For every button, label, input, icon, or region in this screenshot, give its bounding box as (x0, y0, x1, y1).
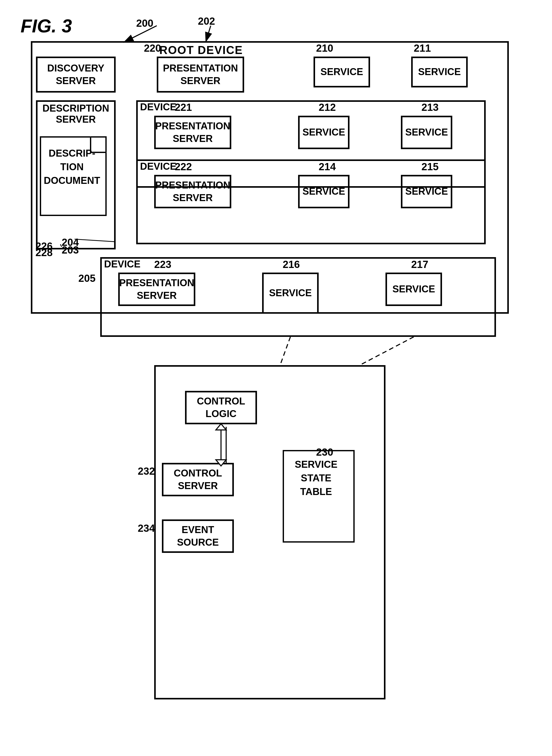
ref-234: 234 (138, 523, 155, 534)
control-server-box: CONTROL SERVER (162, 463, 234, 496)
root-device-label: ROOT DEVICE (159, 44, 243, 57)
pres-server-223-box: PRESENTATION SERVER (118, 273, 195, 306)
ref-220: 220 (144, 42, 161, 54)
ref-211: 211 (414, 42, 431, 54)
ref-215: 215 (421, 161, 439, 173)
discovery-server-label: DISCOVERY SERVER (37, 62, 114, 87)
service-216-label: SERVICE (269, 287, 312, 299)
service-211-label: SERVICE (418, 66, 461, 78)
presentation-server-top-box: PRESENTATION SERVER (157, 57, 244, 93)
device-223-label: DEVICE (104, 259, 140, 270)
control-logic-box: CONTROL LOGIC (185, 391, 257, 424)
control-server-label: CONTROL SERVER (163, 467, 232, 493)
ref-221: 221 (175, 102, 192, 113)
svg-line-5 (280, 337, 290, 365)
pres-server-222-label: PRESENTATION SERVER (155, 179, 230, 204)
service-212-label: SERVICE (302, 126, 345, 139)
service-212-box: SERVICE (298, 116, 350, 149)
svg-line-4 (205, 26, 211, 42)
pres-server-221-box: PRESENTATION SERVER (154, 116, 231, 149)
description-server-label: DESCRIPTION SERVER (40, 103, 112, 125)
service-215-label: SERVICE (405, 185, 448, 198)
ref-223: 223 (154, 259, 171, 270)
ref-222: 222 (175, 161, 192, 173)
service-213-box: SERVICE (401, 116, 452, 149)
svg-line-6 (360, 337, 414, 365)
ref-203: 203 (62, 244, 79, 256)
ref-210: 210 (316, 42, 333, 54)
ref-200: 200 (136, 17, 153, 29)
pres-server-222-box: PRESENTATION SERVER (154, 175, 231, 208)
service-214-label: SERVICE (302, 185, 345, 198)
pres-server-223-label: PRESENTATION SERVER (119, 277, 194, 302)
description-doc-text: DESCRIP- TION DOCUMENT (41, 146, 103, 188)
ref-213: 213 (421, 102, 439, 113)
discovery-server-box: DISCOVERY SERVER (36, 57, 116, 93)
ref-217: 217 (411, 259, 428, 270)
ref-216: 216 (283, 259, 300, 270)
ref-232: 232 (138, 465, 155, 477)
device-221-label: DEVICE (140, 102, 176, 113)
service-213-label: SERVICE (405, 126, 448, 139)
service-210-label: SERVICE (320, 66, 363, 78)
pres-server-221-label: PRESENTATION SERVER (155, 120, 230, 145)
event-source-label: EVENT SOURCE (163, 524, 232, 549)
figure-label: FIG. 3 (21, 15, 72, 36)
ref-205: 205 (79, 273, 96, 284)
service-215-box: SERVICE (401, 175, 452, 208)
ref-202: 202 (198, 15, 215, 27)
service-210-box: SERVICE (313, 57, 370, 87)
ref-230: 230 (316, 446, 333, 458)
service-217-box: SERVICE (386, 273, 442, 306)
ref-214: 214 (319, 161, 336, 173)
event-source-box: EVENT SOURCE (162, 519, 234, 553)
service-211-box: SERVICE (411, 57, 468, 87)
ref-228: 228 (35, 247, 53, 258)
service-214-box: SERVICE (298, 175, 350, 208)
device-222-label: DEVICE (140, 161, 176, 172)
service-216-box: SERVICE (262, 273, 319, 314)
presentation-server-top-label: PRESENTATION SERVER (158, 62, 243, 87)
service-217-label: SERVICE (392, 283, 435, 296)
control-logic-label: CONTROL LOGIC (186, 395, 255, 420)
service-state-table-label: SERVICE STATE TABLE (285, 458, 347, 499)
ref-212: 212 (319, 102, 336, 113)
